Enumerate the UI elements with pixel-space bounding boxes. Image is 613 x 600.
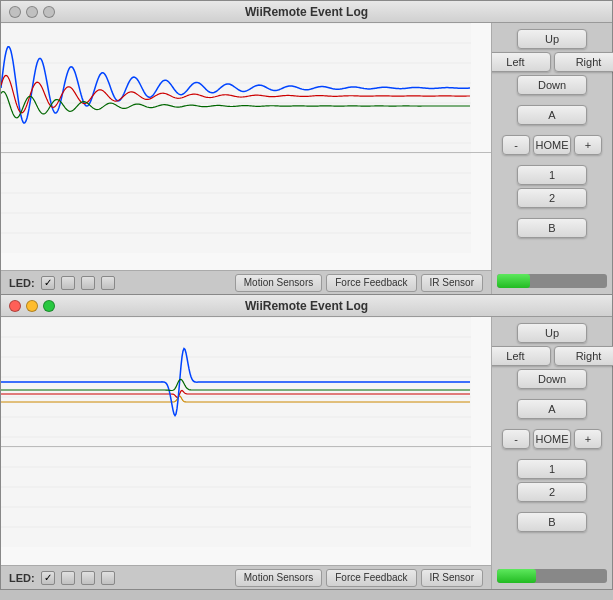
down-button-2[interactable]: Down: [517, 369, 587, 389]
titlebar-1: WiiRemote Event Log: [1, 1, 612, 23]
home-button-2[interactable]: HOME: [533, 429, 571, 449]
progress-bar-container-1: [497, 274, 607, 288]
home-row-1: - HOME +: [502, 135, 602, 155]
led-label-1: LED:: [9, 277, 35, 289]
window-body-1: LED: ✓ Motion Sensors Force Feedback IR …: [1, 23, 612, 294]
sidebar-1: Up Left Right Down A - HOME + 1 2 B: [492, 23, 612, 294]
ir-sensor-tab-2[interactable]: IR Sensor: [421, 569, 483, 587]
window-title-2: WiiRemote Event Log: [245, 299, 368, 313]
plus-button-2[interactable]: +: [574, 429, 602, 449]
bottom-bar-2: LED: ✓ Motion Sensors Force Feedback IR …: [1, 565, 491, 589]
right-button-1[interactable]: Right: [554, 52, 614, 72]
led-check-3[interactable]: [81, 276, 95, 290]
plus-button-1[interactable]: +: [574, 135, 602, 155]
minus-button-2[interactable]: -: [502, 429, 530, 449]
minimize-button-1[interactable]: [26, 6, 38, 18]
maximize-button-2[interactable]: [43, 300, 55, 312]
close-button-2[interactable]: [9, 300, 21, 312]
led-check-5[interactable]: ✓: [41, 571, 55, 585]
window-1: WiiRemote Event Log LED: ✓ Motion Sensor…: [0, 0, 613, 295]
led-check-8[interactable]: [101, 571, 115, 585]
chart-area-2: LED: ✓ Motion Sensors Force Feedback IR …: [1, 317, 492, 589]
down-button-1[interactable]: Down: [517, 75, 587, 95]
home-button-1[interactable]: HOME: [533, 135, 571, 155]
lr-row-1: Left Right: [481, 52, 614, 72]
minus-button-1[interactable]: -: [502, 135, 530, 155]
led-check-6[interactable]: [61, 571, 75, 585]
one-button-2[interactable]: 1: [517, 459, 587, 479]
b-button-1[interactable]: B: [517, 218, 587, 238]
chart-area-1: LED: ✓ Motion Sensors Force Feedback IR …: [1, 23, 492, 294]
led-check-4[interactable]: [101, 276, 115, 290]
sidebar-2: Up Left Right Down A - HOME + 1 2 B: [492, 317, 612, 589]
bottom-btns-1: Motion Sensors Force Feedback IR Sensor: [235, 274, 483, 292]
close-button-1[interactable]: [9, 6, 21, 18]
progress-bar-container-2: [497, 569, 607, 583]
led-check-2[interactable]: [61, 276, 75, 290]
led-check-1[interactable]: ✓: [41, 276, 55, 290]
traffic-lights-1: [9, 6, 55, 18]
two-button-1[interactable]: 2: [517, 188, 587, 208]
motion-sensors-tab-2[interactable]: Motion Sensors: [235, 569, 322, 587]
two-button-2[interactable]: 2: [517, 482, 587, 502]
chart-top-2: [1, 317, 491, 447]
minimize-button-2[interactable]: [26, 300, 38, 312]
traffic-lights-2: [9, 300, 55, 312]
window-body-2: LED: ✓ Motion Sensors Force Feedback IR …: [1, 317, 612, 589]
led-label-2: LED:: [9, 572, 35, 584]
one-button-1[interactable]: 1: [517, 165, 587, 185]
motion-sensors-tab-1[interactable]: Motion Sensors: [235, 274, 322, 292]
b-button-2[interactable]: B: [517, 512, 587, 532]
up-button-1[interactable]: Up: [517, 29, 587, 49]
maximize-button-1[interactable]: [43, 6, 55, 18]
up-button-2[interactable]: Up: [517, 323, 587, 343]
home-row-2: - HOME +: [502, 429, 602, 449]
bottom-btns-2: Motion Sensors Force Feedback IR Sensor: [235, 569, 483, 587]
bottom-bar-1: LED: ✓ Motion Sensors Force Feedback IR …: [1, 270, 491, 294]
a-button-1[interactable]: A: [517, 105, 587, 125]
right-button-2[interactable]: Right: [554, 346, 614, 366]
lr-row-2: Left Right: [481, 346, 614, 366]
force-feedback-tab-1[interactable]: Force Feedback: [326, 274, 416, 292]
progress-bar-2: [497, 569, 536, 583]
window-title-1: WiiRemote Event Log: [245, 5, 368, 19]
led-check-7[interactable]: [81, 571, 95, 585]
chart-top-1: [1, 23, 491, 153]
force-feedback-tab-2[interactable]: Force Feedback: [326, 569, 416, 587]
ir-sensor-tab-1[interactable]: IR Sensor: [421, 274, 483, 292]
progress-bar-1: [497, 274, 530, 288]
a-button-2[interactable]: A: [517, 399, 587, 419]
window-2: WiiRemote Event Log LED: ✓ Motion Sensor…: [0, 295, 613, 590]
titlebar-2: WiiRemote Event Log: [1, 295, 612, 317]
